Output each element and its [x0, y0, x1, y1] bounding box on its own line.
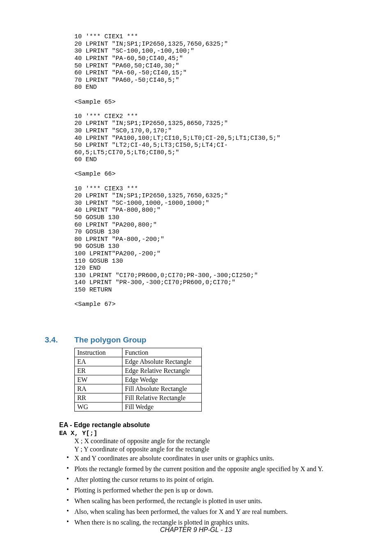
bullet-icon: •	[67, 454, 69, 461]
table-cell: Fill Absolute Rectangle	[122, 384, 202, 393]
bullet-text: When scaling has been performed, the rec…	[74, 497, 362, 505]
bullet-icon: •	[67, 486, 69, 493]
code-sample-block: 10 '*** CIEX1 *** 20 LPRINT "IN;SP1;IP26…	[74, 33, 337, 308]
table-cell: EW	[75, 375, 122, 384]
table-head-instruction: Instruction	[75, 348, 122, 357]
table-head-function: Function	[122, 348, 202, 357]
table-row: RA Fill Absolute Rectangle	[75, 384, 202, 393]
table-row: EW Edge Wedge	[75, 375, 202, 384]
bullet-text: Plots the rectangle formed by the curren…	[74, 465, 362, 473]
table-row: Instruction Function	[75, 348, 202, 357]
table-cell: Edge Wedge	[122, 375, 202, 384]
bullet-text: When there is no scaling, the rectangle …	[74, 518, 362, 526]
page-footer: CHAPTER 9 HP-GL - 13	[0, 526, 392, 534]
param-line: Y ; Y coordinate of opposite angle for t…	[74, 445, 209, 453]
section-number: 3.4.	[45, 335, 58, 345]
bullet-icon: •	[67, 507, 69, 515]
bullet-icon: •	[67, 518, 69, 525]
table-cell: EA	[75, 357, 122, 366]
section-title: The polygon Group	[74, 335, 146, 345]
param-line: X ; X coordinate of opposite angle for t…	[74, 437, 210, 445]
table-row: ER Edge Relative Rectangle	[75, 366, 202, 375]
table-cell: RR	[75, 393, 122, 402]
bullet-icon: •	[67, 465, 69, 472]
bullet-text: X and Y coordinates are absolute coordin…	[74, 454, 362, 462]
table-row: RR Fill Relative Rectangle	[75, 393, 202, 402]
ea-syntax: EA X, Y[;]	[59, 430, 97, 437]
polygon-instruction-table: Instruction Function EA Edge Absolute Re…	[74, 348, 202, 412]
bullet-icon: •	[67, 475, 69, 483]
table-cell: Edge Absolute Rectangle	[122, 357, 202, 366]
bullet-text: Also, when scaling has been performed, t…	[74, 508, 362, 516]
table-cell: Edge Relative Rectangle	[122, 366, 202, 375]
table-cell: Fill Wedge	[122, 402, 202, 412]
table-cell: RA	[75, 384, 122, 393]
bullet-icon: •	[67, 497, 69, 504]
table-cell: ER	[75, 366, 122, 375]
ea-heading: EA - Edge rectangle absolute	[59, 421, 150, 429]
table-row: EA Edge Absolute Rectangle	[75, 357, 202, 366]
bullet-text: Plotting is performed whether the pen is…	[74, 486, 362, 494]
table-cell: Fill Relative Rectangle	[122, 393, 202, 402]
bullet-text: After plotting the cursor returns to its…	[74, 476, 362, 483]
table-row: WG Fill Wedge	[75, 402, 202, 412]
table-cell: WG	[75, 402, 122, 412]
